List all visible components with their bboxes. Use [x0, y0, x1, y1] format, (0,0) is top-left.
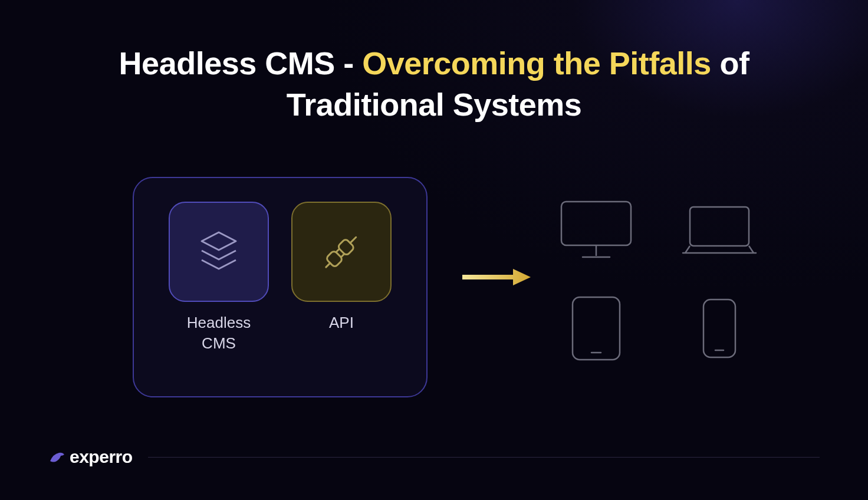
monitor-icon — [558, 198, 634, 263]
footer: experro — [48, 447, 820, 467]
tile-headless-cms-label: Headless CMS — [187, 312, 251, 354]
tile-headless-cms: Headless CMS — [169, 202, 269, 354]
tile-api-box — [291, 202, 392, 302]
svg-rect-3 — [690, 207, 749, 246]
device-laptop — [678, 202, 761, 259]
bird-icon — [48, 449, 66, 465]
phone-icon — [700, 296, 739, 361]
tile-headless-cms-box — [169, 202, 269, 302]
devices-grid — [548, 198, 767, 363]
footer-divider — [148, 457, 820, 458]
svg-rect-4 — [573, 297, 620, 360]
tablet-icon — [569, 294, 623, 363]
svg-rect-2 — [561, 202, 631, 245]
brand-logo: experro — [48, 447, 133, 467]
diagram-container: Headless CMS — [0, 177, 868, 413]
brand-name: experro — [70, 447, 133, 467]
title-part1: Headless CMS - — [119, 45, 363, 81]
title-highlight: Overcoming the Pitfalls — [362, 45, 711, 81]
device-phone — [700, 296, 739, 361]
device-desktop — [558, 198, 634, 263]
laptop-icon — [678, 202, 761, 259]
tile-api: API — [291, 202, 392, 333]
layers-icon — [193, 226, 244, 277]
page-title: Headless CMS - Overcoming the Pitfalls o… — [0, 0, 868, 125]
device-tablet — [569, 294, 623, 363]
headless-card: Headless CMS — [133, 177, 428, 397]
arrow-icon — [461, 267, 532, 288]
plug-icon — [314, 224, 369, 279]
tile-api-label: API — [329, 312, 354, 333]
svg-rect-5 — [703, 300, 735, 357]
